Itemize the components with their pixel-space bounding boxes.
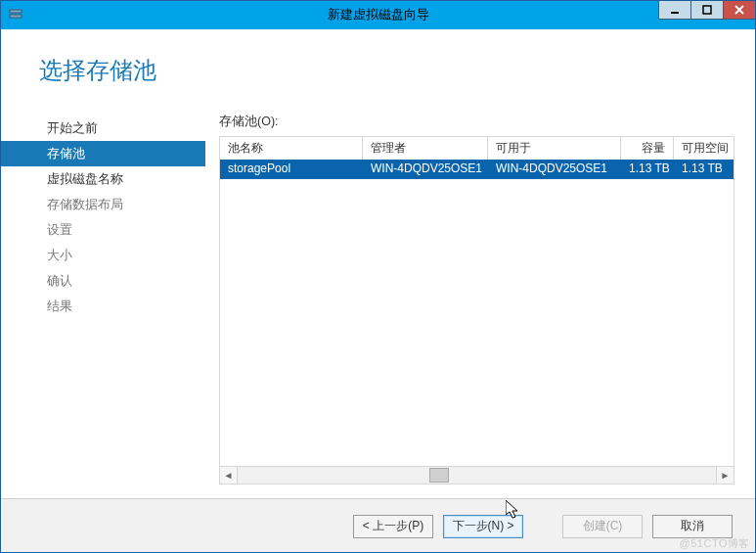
window-buttons xyxy=(659,0,756,20)
window-title: 新建虚拟磁盘向导 xyxy=(0,6,756,23)
cell-manager: WIN-4DQDV25OSE1 xyxy=(363,160,488,179)
title-bar: 新建虚拟磁盘向导 xyxy=(0,0,756,29)
cell-name: storagePool xyxy=(220,160,363,179)
cell-free: 1.13 TB xyxy=(674,160,729,179)
scroll-right-icon[interactable]: ► xyxy=(716,467,734,484)
col-capacity[interactable]: 容量 xyxy=(621,137,674,160)
table-body[interactable]: storagePool WIN-4DQDV25OSE1 WIN-4DQDV25O… xyxy=(219,160,734,467)
content-area: 开始之前 存储池 虚拟磁盘名称 存储数据布局 设置 大小 确认 结果 存储池(O… xyxy=(0,29,756,553)
app-icon xyxy=(6,4,27,25)
svg-rect-1 xyxy=(10,15,22,18)
svg-rect-3 xyxy=(703,6,711,14)
prev-button[interactable]: < 上一步(P) xyxy=(353,515,433,538)
cell-available: WIN-4DQDV25OSE1 xyxy=(488,160,621,179)
step-layout: 存储数据布局 xyxy=(29,192,205,217)
col-available[interactable]: 可用于 xyxy=(488,137,621,160)
close-button[interactable] xyxy=(723,0,756,20)
table-header: 池名称 管理者 可用于 容量 可用空间 xyxy=(219,136,734,160)
table-row[interactable]: storagePool WIN-4DQDV25OSE1 WIN-4DQDV25O… xyxy=(220,160,734,179)
cell-capacity: 1.13 TB xyxy=(621,160,674,179)
step-nav: 开始之前 存储池 虚拟磁盘名称 存储数据布局 设置 大小 确认 结果 xyxy=(0,29,205,498)
horizontal-scrollbar[interactable]: ◄ ► xyxy=(219,467,734,484)
footer: < 上一步(P) 下一步(N) > 创建(C) 取消 xyxy=(0,498,756,553)
scroll-thumb[interactable] xyxy=(429,468,449,483)
step-confirm: 确认 xyxy=(29,268,205,294)
scroll-left-icon[interactable]: ◄ xyxy=(220,467,238,484)
scroll-track[interactable] xyxy=(238,467,716,484)
page-heading: 选择存储池 xyxy=(39,55,156,86)
step-before[interactable]: 开始之前 xyxy=(29,115,205,141)
step-vdname[interactable]: 虚拟磁盘名称 xyxy=(29,166,205,192)
next-button[interactable]: 下一步(N) > xyxy=(443,515,523,538)
svg-rect-0 xyxy=(10,10,22,13)
maximize-button[interactable] xyxy=(690,0,724,20)
main-pane: 存储池(O): 池名称 管理者 可用于 容量 可用空间 storagePool … xyxy=(205,29,756,498)
storage-pool-label: 存储池(O): xyxy=(219,114,734,130)
step-result: 结果 xyxy=(29,294,205,319)
col-free[interactable]: 可用空间 xyxy=(674,137,729,160)
cancel-button[interactable]: 取消 xyxy=(652,515,733,538)
col-name[interactable]: 池名称 xyxy=(220,137,363,160)
step-pool[interactable]: 存储池 xyxy=(0,141,205,166)
step-settings: 设置 xyxy=(29,217,205,243)
minimize-button[interactable] xyxy=(658,0,691,20)
step-size: 大小 xyxy=(29,243,205,268)
create-button: 创建(C) xyxy=(562,515,643,538)
col-manager[interactable]: 管理者 xyxy=(363,137,488,160)
